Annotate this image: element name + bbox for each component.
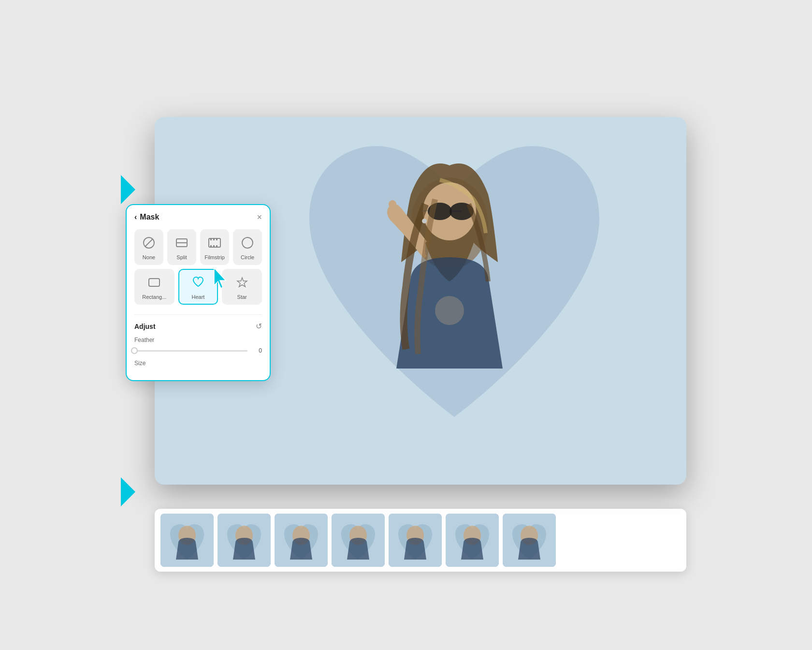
shape-split-label: Split <box>176 254 187 260</box>
svg-rect-31 <box>216 238 218 240</box>
rectangle-icon <box>145 274 163 291</box>
mask-shapes-grid-row2: Rectang... Heart Star <box>134 269 262 305</box>
circle-icon <box>239 234 256 251</box>
svg-rect-36 <box>149 279 160 286</box>
close-button[interactable]: × <box>257 213 262 222</box>
feather-slider-thumb[interactable] <box>131 347 138 354</box>
corner-decoration-top <box>121 175 135 204</box>
shape-filmstrip[interactable]: Filmstrip <box>200 229 229 265</box>
back-icon: ‹ <box>134 213 137 222</box>
shape-rectangle[interactable]: Rectang... <box>134 269 174 305</box>
feather-slider-track[interactable] <box>134 350 247 352</box>
reset-button[interactable]: ↺ <box>256 322 262 331</box>
svg-rect-34 <box>216 245 218 247</box>
shape-rectangle-label: Rectang... <box>142 294 166 300</box>
filmstrip-item[interactable] <box>275 514 328 567</box>
adjust-title: Adjust <box>134 323 156 330</box>
shape-circle[interactable]: Circle <box>233 229 262 265</box>
split-icon <box>173 234 190 251</box>
shape-none-label: None <box>143 254 155 260</box>
svg-rect-29 <box>210 238 212 240</box>
none-icon <box>140 234 158 251</box>
svg-rect-5 <box>452 210 462 212</box>
shape-split[interactable]: Split <box>167 229 196 265</box>
svg-rect-33 <box>213 245 215 247</box>
feather-value: 0 <box>252 347 262 354</box>
adjust-header: Adjust ↺ <box>134 322 262 331</box>
size-control: Size <box>134 360 262 367</box>
mask-panel: ‹ Mask × None Split <box>126 204 271 381</box>
mask-title: Mask <box>140 213 159 222</box>
feather-label: Feather <box>134 337 262 343</box>
back-button[interactable]: ‹ Mask <box>134 213 159 222</box>
svg-point-8 <box>435 296 464 325</box>
filmstrip-item[interactable] <box>389 514 442 567</box>
svg-point-9 <box>422 219 427 223</box>
filmstrip-item[interactable] <box>218 514 271 567</box>
app-container: ‹ Mask × None Split <box>116 88 696 562</box>
corner-decoration-bottom <box>121 477 135 506</box>
svg-line-25 <box>145 239 153 247</box>
shape-filmstrip-label: Filmstrip <box>204 254 225 260</box>
svg-rect-32 <box>210 245 212 247</box>
filmstrip[interactable] <box>155 509 686 572</box>
feather-control: Feather 0 <box>134 337 262 354</box>
mask-panel-header: ‹ Mask × <box>134 213 262 222</box>
feather-slider-row: 0 <box>134 347 262 354</box>
filmstrip-item[interactable] <box>503 514 556 567</box>
shape-star-label: Star <box>237 294 247 300</box>
svg-point-7 <box>389 200 396 208</box>
svg-rect-30 <box>213 238 215 240</box>
star-icon <box>233 274 251 291</box>
filmstrip-item[interactable] <box>332 514 385 567</box>
size-label: Size <box>134 360 262 367</box>
filmstrip-icon <box>206 234 223 251</box>
svg-point-35 <box>242 237 253 248</box>
shape-circle-label: Circle <box>241 254 254 260</box>
cursor-arrow <box>210 267 230 291</box>
shape-heart-label: Heart <box>192 294 205 300</box>
adjust-section: Adjust ↺ Feather 0 Size <box>134 314 262 367</box>
shape-none[interactable]: None <box>134 229 163 265</box>
filmstrip-item[interactable] <box>160 514 214 567</box>
filmstrip-item[interactable] <box>446 514 499 567</box>
heart-icon <box>189 274 207 291</box>
mask-shapes-grid-row1: None Split Filmstrip Circl <box>134 229 262 265</box>
